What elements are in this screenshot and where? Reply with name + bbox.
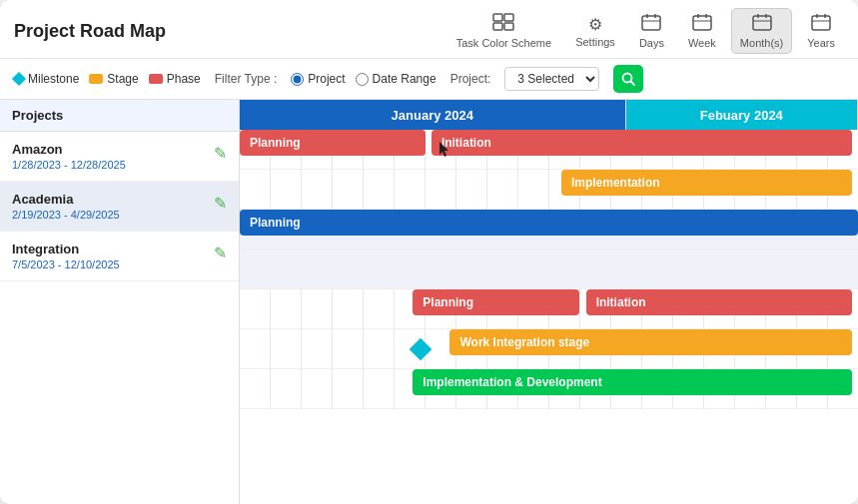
amazon-name: Amazon — [12, 142, 126, 157]
svg-rect-0 — [493, 14, 502, 21]
legend-stage-label: Stage — [107, 72, 138, 86]
amazon-initiation-bar: Initiation — [431, 130, 852, 156]
task-color-scheme-icon — [492, 13, 514, 35]
phase-rect-icon — [149, 74, 163, 84]
toolbar-week-label: Week — [688, 37, 716, 49]
filter-radio-group: Project Date Range — [291, 72, 435, 86]
toolbar-months[interactable]: Month(s) — [731, 8, 792, 54]
academia-bar-row2 — [240, 250, 858, 289]
integration-planning-bar: Planning — [413, 289, 579, 315]
filter-daterange-label: Date Range — [373, 72, 436, 86]
academia-dates: 2/19/2023 - 4/29/2025 — [12, 209, 120, 221]
legend-phase-label: Phase — [167, 72, 201, 86]
legend-milestone: Milestone — [14, 72, 79, 86]
integration-impl-dev-bar: Implementation & Development — [413, 369, 851, 395]
integration-initiation-bar: Initiation — [586, 289, 852, 315]
svg-line-21 — [631, 82, 635, 86]
week-icon — [692, 13, 712, 35]
integration-bar-row3: Implementation & Development — [240, 369, 858, 409]
integration-milestone-diamond — [410, 337, 432, 360]
search-button[interactable] — [613, 65, 643, 93]
filter-project-label: Project — [308, 72, 345, 86]
app-title: Project Road Map — [14, 21, 166, 42]
project-row-academia[interactable]: Academia 2/19/2023 - 4/29/2025 ✎ — [0, 182, 239, 232]
legend-milestone-label: Milestone — [28, 72, 79, 86]
filter-project-radio[interactable]: Project — [291, 72, 345, 86]
milestone-diamond-icon — [12, 72, 26, 86]
gantt-months: January 2024 Febuary 2024 — [240, 100, 858, 130]
years-icon — [811, 13, 831, 35]
svg-rect-2 — [493, 23, 502, 30]
amazon-planning-bar: Planning — [240, 130, 426, 156]
svg-rect-3 — [504, 23, 513, 30]
integration-dates: 7/5/2023 - 12/10/2025 — [12, 258, 120, 270]
toolbar-task-color-scheme[interactable]: Task Color Scheme — [447, 8, 560, 54]
legend-stage: Stage — [89, 72, 138, 86]
amazon-info: Amazon 1/28/2023 - 12/28/2025 — [12, 142, 126, 171]
svg-rect-16 — [812, 16, 830, 30]
filter-type-label: Filter Type : — [215, 72, 277, 86]
toolbar-task-color-scheme-label: Task Color Scheme — [456, 37, 551, 49]
svg-rect-4 — [642, 16, 660, 30]
top-bar: Project Road Map Task Color Scheme ⚙ Set… — [0, 0, 858, 59]
gantt-grid: Planning Initiation Implementation — [240, 130, 858, 409]
filter-daterange-radio[interactable]: Date Range — [356, 72, 436, 86]
projects-header: Projects — [0, 100, 239, 132]
academia-edit-icon[interactable]: ✎ — [214, 194, 227, 213]
toolbar-settings[interactable]: ⚙ Settings — [566, 10, 624, 53]
days-icon — [641, 13, 661, 35]
amazon-edit-icon[interactable]: ✎ — [214, 144, 227, 163]
legend: Milestone Stage Phase — [14, 72, 201, 86]
toolbar-days[interactable]: Days — [630, 8, 673, 54]
toolbar-week[interactable]: Week — [679, 8, 725, 54]
project-row-integration[interactable]: Integration 7/5/2023 - 12/10/2025 ✎ — [0, 232, 239, 281]
stage-rect-icon — [89, 74, 103, 84]
amazon-bar-row2: Implementation — [240, 170, 858, 210]
integration-name: Integration — [12, 242, 120, 256]
integration-bar-row2: Work Integration stage — [240, 329, 858, 369]
gantt-month-jan: January 2024 — [240, 100, 626, 130]
integration-bar-row1: Planning Initiation — [240, 289, 858, 329]
projects-panel: Projects Amazon 1/28/2023 - 12/28/2025 ✎… — [0, 100, 240, 504]
gantt-month-feb: Febuary 2024 — [626, 100, 858, 130]
integration-edit-icon[interactable]: ✎ — [214, 244, 227, 262]
integration-work-stage-bar: Work Integration stage — [449, 329, 851, 355]
toolbar-years[interactable]: Years — [798, 8, 844, 54]
toolbar-days-label: Days — [639, 37, 664, 49]
main-content: Projects Amazon 1/28/2023 - 12/28/2025 ✎… — [0, 100, 858, 504]
amazon-implementation-bar: Implementation — [561, 170, 852, 196]
svg-rect-1 — [504, 14, 513, 21]
toolbar-years-label: Years — [807, 37, 835, 49]
project-select[interactable]: 3 Selected — [504, 67, 599, 91]
project-row-amazon[interactable]: Amazon 1/28/2023 - 12/28/2025 ✎ — [0, 132, 239, 182]
app-container: Project Road Map Task Color Scheme ⚙ Set… — [0, 0, 858, 504]
months-icon — [752, 13, 772, 35]
toolbar: Task Color Scheme ⚙ Settings Days Week — [447, 8, 844, 54]
settings-icon: ⚙ — [588, 15, 602, 34]
academia-bar-row1: Planning — [240, 210, 858, 250]
amazon-dates: 1/28/2023 - 12/28/2025 — [12, 159, 126, 171]
toolbar-settings-label: Settings — [575, 36, 615, 48]
academia-planning-bar: Planning — [240, 210, 858, 236]
filter-bar: Milestone Stage Phase Filter Type : Proj… — [0, 59, 858, 100]
academia-info: Academia 2/19/2023 - 4/29/2025 — [12, 192, 120, 221]
project-filter-label: Project: — [450, 72, 491, 86]
gantt-area: January 2024 Febuary 2024 — [240, 100, 858, 504]
academia-name: Academia — [12, 192, 120, 207]
amazon-bar-row1: Planning Initiation — [240, 130, 858, 170]
toolbar-months-label: Month(s) — [740, 37, 783, 49]
svg-rect-12 — [753, 16, 771, 30]
integration-info: Integration 7/5/2023 - 12/10/2025 — [12, 242, 120, 270]
search-icon — [621, 72, 635, 86]
svg-rect-8 — [693, 16, 711, 30]
legend-phase: Phase — [149, 72, 201, 86]
